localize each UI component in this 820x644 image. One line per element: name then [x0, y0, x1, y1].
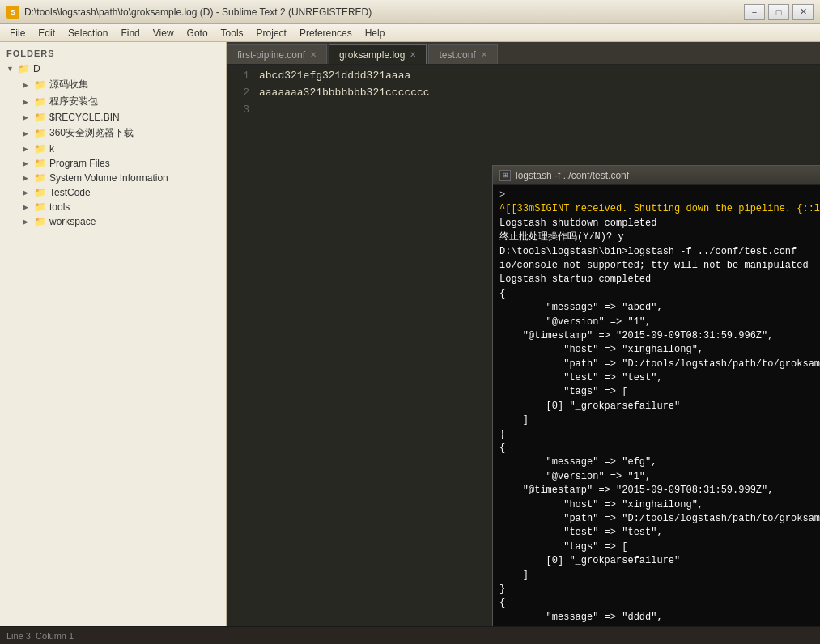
terminal-line: { [499, 596, 820, 610]
code-line: 2aaaaaaa321bbbbbbb321ccccccc [227, 85, 820, 102]
terminal-line: ^[[33mSIGINT received. Shutting down the… [499, 202, 820, 216]
terminal-line: Logstash shutdown completed [499, 217, 820, 231]
window-title: D:\tools\logstash\path\to\groksample.log… [24, 6, 744, 18]
sidebar-item[interactable]: ▶📁Program Files [0, 156, 226, 171]
terminal-line: [0] "_grokparsefailure" [499, 554, 820, 568]
arrow-icon: ▶ [23, 189, 32, 197]
terminal-line: "@version" => "1", [499, 625, 820, 626]
line-number: 3 [227, 102, 259, 119]
menu-item-goto[interactable]: Goto [181, 24, 215, 41]
arrow-icon: ▶ [23, 203, 32, 211]
window-controls: − □ ✕ [744, 4, 814, 20]
sidebar-item[interactable]: ▶📁TestCode [0, 185, 226, 200]
terminal-line: "@version" => "1", [499, 470, 820, 484]
menu-item-find[interactable]: Find [114, 24, 146, 41]
terminal-icon: ⊞ [499, 170, 511, 181]
code-line: 3 [227, 102, 820, 119]
sidebar: FOLDERS ▼ 📁 D ▶📁源码收集▶📁程序安装包▶📁$RECYCLE.BI… [0, 42, 227, 626]
folder-icon: 📁 [34, 201, 46, 213]
terminal-line: "path" => "D:/tools/logstash/path/to/gro… [499, 358, 820, 371]
terminal-overlay: ⊞ logstash -f ../conf/test.conf − □ ✕ >^… [492, 165, 820, 626]
sidebar-item[interactable]: ▶📁System Volume Information [0, 171, 226, 185]
terminal-title: logstash -f ../conf/test.conf [516, 170, 820, 181]
code-lines: 1abcd321efg321dddd321aaaa2aaaaaaa321bbbb… [227, 68, 820, 118]
folder-icon: 📁 [34, 143, 46, 155]
line-content: abcd321efg321dddd321aaaa [259, 68, 410, 85]
terminal-line: { [499, 287, 820, 301]
minimize-button[interactable]: − [744, 4, 765, 20]
sidebar-item[interactable]: ▶📁源码收集 [0, 76, 226, 93]
folder-icon: 📁 [34, 187, 46, 198]
tabs-bar: first-pipline.conf✕groksample.log✕test.c… [227, 42, 820, 65]
arrow-icon: ▶ [23, 218, 32, 226]
folder-icon: 📁 [34, 216, 46, 227]
menu-item-tools[interactable]: Tools [215, 24, 250, 41]
tab-close-icon[interactable]: ✕ [410, 50, 416, 59]
app-icon: S [6, 6, 19, 19]
arrow-icon: ▼ [6, 65, 16, 73]
terminal-titlebar: ⊞ logstash -f ../conf/test.conf − □ ✕ [493, 166, 820, 185]
maximize-button[interactable]: □ [768, 4, 789, 20]
code-line: 1abcd321efg321dddd321aaaa [227, 68, 820, 85]
terminal-line: } [499, 428, 820, 442]
sidebar-item-label: Program Files [49, 158, 110, 169]
sidebar-item[interactable]: ▶📁程序安装包 [0, 93, 226, 110]
editor-area: first-pipline.conf✕groksample.log✕test.c… [227, 42, 820, 626]
sidebar-item-label: tools [49, 201, 70, 213]
line-number: 1 [227, 68, 259, 85]
tab-close-icon[interactable]: ✕ [310, 50, 317, 59]
sidebar-item-label: 源码收集 [49, 78, 88, 91]
terminal-line: } [499, 583, 820, 596]
sidebar-title: FOLDERS [0, 45, 226, 61]
folder-icon: 📁 [34, 79, 46, 91]
sidebar-item-label: 程序安装包 [49, 95, 98, 108]
folder-icon: 📁 [34, 96, 46, 108]
sidebar-item[interactable]: ▶📁k [0, 142, 226, 156]
arrow-icon: ▶ [23, 81, 32, 89]
tab-first-pipline-conf[interactable]: first-pipline.conf✕ [227, 44, 327, 64]
terminal-line: "message" => "abcd", [499, 301, 820, 315]
terminal-line: "message" => "efg", [499, 455, 820, 469]
menu-bar: FileEditSelectionFindViewGotoToolsProjec… [0, 24, 820, 42]
terminal-line: "@timestamp" => "2015-09-09T08:31:59.996… [499, 329, 820, 343]
terminal-line: "tags" => [ [499, 540, 820, 554]
line-content: aaaaaaa321bbbbbbb321ccccccc [259, 85, 430, 102]
terminal-line: "path" => "D:/tools/logstash/path/to/gro… [499, 512, 820, 526]
tab-label: test.conf [439, 49, 475, 61]
status-bar: Line 3, Column 1 [0, 626, 820, 644]
terminal-line: io/console not supported; tty will not b… [499, 259, 820, 273]
terminal-line: "test" => "test", [499, 371, 820, 385]
terminal-line: ] [499, 413, 820, 427]
terminal-line: [0] "_grokparsefailure" [499, 400, 820, 413]
terminal-line: Logstash startup completed [499, 273, 820, 286]
menu-item-preferences[interactable]: Preferences [293, 24, 359, 41]
tab-groksample-log[interactable]: groksample.log✕ [329, 44, 427, 64]
menu-item-file[interactable]: File [3, 24, 32, 41]
sidebar-item[interactable]: ▶📁360安全浏览器下载 [0, 125, 226, 142]
terminal-content[interactable]: >^[[33mSIGINT received. Shutting down th… [493, 185, 820, 626]
tab-test-conf[interactable]: test.conf✕ [428, 44, 497, 64]
sidebar-item[interactable]: ▶📁$RECYCLE.BIN [0, 110, 226, 125]
sidebar-item[interactable]: ▶📁tools [0, 200, 226, 214]
menu-item-help[interactable]: Help [359, 24, 392, 41]
status-text: Line 3, Column 1 [6, 631, 74, 641]
terminal-line: ] [499, 569, 820, 583]
menu-item-selection[interactable]: Selection [62, 24, 114, 41]
tab-close-icon[interactable]: ✕ [481, 50, 487, 59]
arrow-icon: ▶ [23, 159, 32, 167]
sidebar-root[interactable]: ▼ 📁 D [0, 61, 226, 76]
sidebar-item[interactable]: ▶📁workspace [0, 214, 226, 229]
menu-item-view[interactable]: View [147, 24, 181, 41]
terminal-line: "test" => "test", [499, 526, 820, 540]
menu-item-edit[interactable]: Edit [32, 24, 62, 41]
terminal-line: "@version" => "1", [499, 316, 820, 329]
arrow-icon: ▶ [23, 113, 32, 121]
menu-item-project[interactable]: Project [250, 24, 293, 41]
folder-icon: 📁 [34, 172, 46, 184]
title-bar: S D:\tools\logstash\path\to\groksample.l… [0, 0, 820, 24]
terminal-line: "tags" => [ [499, 385, 820, 399]
terminal-line: > [499, 189, 820, 202]
close-button[interactable]: ✕ [792, 4, 814, 20]
arrow-icon: ▶ [23, 98, 32, 106]
folder-icon: 📁 [34, 158, 46, 169]
